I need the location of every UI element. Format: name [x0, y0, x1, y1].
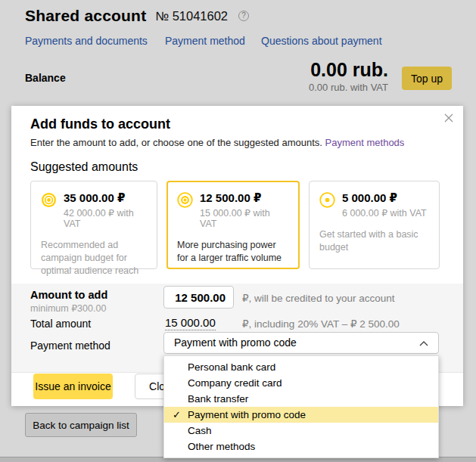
option-personal-bank-card[interactable]: ✓Personal bank card — [164, 359, 438, 375]
total-amount-value[interactable]: 15 000.00 — [165, 316, 216, 330]
bullseye-icon — [319, 192, 335, 208]
amount-suffix-note: ₽, will be credited to your account — [242, 292, 394, 304]
payment-method-label: Payment method — [30, 340, 110, 352]
option-company-credit-card[interactable]: ✓Company credit card — [164, 375, 438, 391]
minimum-hint: minimum ₽300.00 — [30, 302, 106, 314]
suggested-card-5000[interactable]: 5 000.00 ₽ 6 000.00 ₽ with VAT Get start… — [309, 181, 440, 269]
suggested-amount-cards: 35 000.00 ₽ 42 000.00 ₽ with VAT Recomme… — [30, 181, 440, 269]
bullseye-icon — [41, 192, 57, 208]
suggested-card-12500-selected[interactable]: 12 500.00 ₽ 15 000.00 ₽ with VAT More pu… — [166, 181, 300, 269]
amount-input[interactable] — [163, 286, 234, 309]
modal-subtitle: Enter the amount to add, or choose one o… — [30, 137, 404, 148]
modal-title: Add funds to account — [30, 116, 170, 132]
payment-method-selected-value: Payment with promo code — [174, 336, 297, 349]
amount-to-add-label: Amount to add — [30, 289, 107, 301]
suggested-amounts-heading: Suggested amounts — [30, 160, 138, 174]
card-description: Get started with a basic budget — [319, 228, 429, 254]
card-vat: 42 000.00 ₽ with VAT — [64, 207, 147, 229]
card-description: Recommended ad campaign budget for optim… — [41, 239, 147, 278]
card-amount: 5 000.00 ₽ — [342, 191, 427, 206]
chevron-up-icon — [419, 340, 428, 346]
bullseye-icon — [177, 192, 193, 208]
option-cash[interactable]: ✓Cash — [164, 423, 438, 439]
card-vat: 6 000.00 ₽ with VAT — [342, 207, 427, 219]
payment-method-select[interactable]: Payment with promo code — [163, 332, 439, 354]
payment-method-dropdown: ✓Personal bank card ✓Company credit card… — [163, 355, 439, 458]
issue-invoice-button[interactable]: Issue an invoice — [33, 374, 113, 399]
card-amount: 12 500.00 ₽ — [200, 191, 289, 206]
total-amount-label: Total amount — [30, 318, 91, 330]
payment-methods-link[interactable]: Payment methods — [325, 137, 405, 148]
card-amount: 35 000.00 ₽ — [64, 191, 147, 206]
option-other-methods[interactable]: ✓Other methods — [164, 439, 438, 454]
modal-subtitle-text: Enter the amount to add, or choose one o… — [30, 137, 322, 148]
option-payment-with-promo-code[interactable]: ✓Payment with promo code — [164, 407, 438, 423]
suggested-card-35000[interactable]: 35 000.00 ₽ 42 000.00 ₽ with VAT Recomme… — [30, 181, 157, 269]
card-description: More purchasing power for a larger traff… — [177, 239, 289, 265]
option-bank-transfer[interactable]: ✓Bank transfer — [164, 391, 438, 407]
check-icon: ✓ — [173, 408, 181, 421]
close-icon[interactable] — [443, 112, 455, 124]
card-vat: 15 000.00 ₽ with VAT — [200, 207, 289, 229]
total-vat-note: ₽, including 20% VAT – ₽ 2 500.00 — [242, 318, 400, 330]
